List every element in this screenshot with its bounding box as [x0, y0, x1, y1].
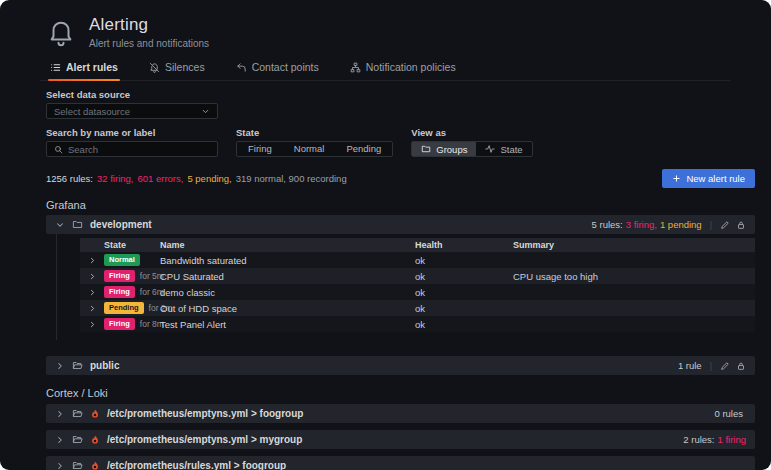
rule-summary: CPU usage too high: [513, 271, 755, 282]
filters-row: Search by name or label State Firing Nor…: [46, 127, 755, 157]
column-header-state: State: [104, 240, 160, 250]
search-box[interactable]: [46, 141, 218, 157]
search-input[interactable]: [68, 144, 210, 155]
tab-notification-policies[interactable]: Notification policies: [348, 56, 458, 80]
folder-icon: [72, 219, 83, 230]
state-option-normal[interactable]: Normal: [283, 142, 336, 156]
chevron-right-icon[interactable]: [80, 304, 104, 313]
group-name: /etc/prometheus/emptyns.yml > mygroup: [107, 434, 302, 445]
lock-icon[interactable]: [736, 220, 746, 230]
view-as-state-button[interactable]: State: [476, 142, 531, 156]
rule-name: Test Panel Alert: [160, 319, 415, 330]
group-meta: 0 rules: [714, 408, 746, 419]
tab-contact-points[interactable]: Contact points: [234, 56, 321, 80]
status-badge: Firing: [104, 286, 135, 298]
chevron-right-icon[interactable]: [55, 409, 65, 419]
status-badge: Pending: [104, 302, 144, 314]
rule-health: ok: [415, 319, 513, 330]
tab-label: Alert rules: [66, 61, 118, 73]
group-name: /etc/prometheus/rules.yml > foogroup: [107, 460, 286, 470]
column-header-name: Name: [160, 240, 415, 250]
meta-pending: 1 pending: [660, 219, 702, 230]
table-row[interactable]: Firingfor 6m demo classic ok: [80, 284, 755, 300]
meta-prefix: 2 rules:: [683, 434, 714, 445]
group-body-development: State Name Health Summary Normal Bandwid…: [56, 234, 755, 340]
status-badge: Normal: [104, 254, 140, 266]
page-title-block: Alerting Alert rules and notifications: [89, 15, 209, 49]
state-filter-group: Firing Normal Pending: [236, 141, 393, 157]
chevron-right-icon[interactable]: [55, 461, 65, 470]
datasource-placeholder: Select datasource: [54, 106, 130, 117]
rule-health: ok: [415, 303, 513, 314]
tab-silences[interactable]: Silences: [147, 56, 207, 80]
group-header-rules-foogroup[interactable]: /etc/prometheus/rules.yml > foogroup: [46, 456, 755, 470]
rule-health: ok: [415, 271, 513, 282]
pencil-icon[interactable]: [720, 361, 730, 371]
column-header-health: Health: [415, 240, 513, 250]
search-label: Search by name or label: [46, 127, 218, 138]
stats-total: 1256 rules:: [46, 173, 93, 184]
tab-alert-rules[interactable]: Alert rules: [48, 56, 120, 80]
group-meta: 1 rule: [678, 360, 702, 371]
folder-open-icon: [72, 408, 83, 419]
meta-prefix: 0 rules: [714, 408, 743, 419]
tab-label: Silences: [165, 61, 205, 73]
table-row[interactable]: Normal Bandwidth saturated ok: [80, 252, 755, 268]
status-badge: Firing: [104, 318, 135, 330]
page-subtitle: Alert rules and notifications: [89, 38, 209, 49]
chevron-right-icon[interactable]: [55, 435, 65, 445]
chevron-down-icon[interactable]: [55, 220, 65, 230]
prometheus-fire-icon: [90, 461, 100, 470]
chevron-right-icon[interactable]: [80, 256, 104, 265]
prometheus-fire-icon: [90, 409, 100, 419]
rule-name: Bandwidth saturated: [160, 255, 415, 266]
folder-icon: [421, 144, 431, 154]
stats-firing: 32 firing,: [97, 173, 133, 184]
tab-label: Notification policies: [366, 61, 456, 73]
meta-firing: 1 firing: [717, 434, 746, 445]
bell-slash-icon: [149, 62, 160, 73]
section-title-grafana: Grafana: [46, 199, 755, 211]
group-header-foogroup[interactable]: /etc/prometheus/emptyns.yml > foogroup 0…: [46, 404, 755, 423]
chevron-right-icon[interactable]: [55, 361, 65, 371]
table-header: State Name Health Summary: [80, 238, 755, 252]
lock-icon[interactable]: [736, 361, 746, 371]
divider: |: [708, 361, 714, 371]
table-row[interactable]: Firingfor 5m CPU Saturated ok CPU usage …: [80, 268, 755, 284]
section-title-cortex: Cortex / Loki: [46, 387, 755, 399]
plus-icon: [672, 174, 681, 183]
state-option-firing[interactable]: Firing: [237, 142, 283, 156]
folder-open-icon: [72, 360, 83, 371]
datasource-select[interactable]: Select datasource: [46, 103, 218, 119]
search-field-block: Search by name or label: [46, 127, 218, 157]
group-header-development[interactable]: development 5 rules: 3 firing, 1 pending…: [46, 215, 755, 234]
column-header-summary: Summary: [513, 240, 755, 250]
group-name: /etc/prometheus/emptyns.yml > foogroup: [107, 408, 303, 419]
view-as-label: View as: [411, 127, 532, 138]
meta-prefix: 1 rule: [678, 360, 702, 371]
table-row[interactable]: Pendingfor 2m Out of HDD space ok: [80, 300, 755, 316]
group-meta: 2 rules: 1 firing: [683, 434, 746, 445]
divider: |: [708, 220, 714, 230]
group-header-public[interactable]: public 1 rule |: [46, 356, 755, 375]
rules-stats: 1256 rules: 32 firing, 601 errors, 5 pen…: [46, 173, 347, 184]
tab-label: Contact points: [252, 61, 319, 73]
chevron-right-icon[interactable]: [80, 288, 104, 297]
prometheus-fire-icon: [90, 435, 100, 445]
chevron-right-icon[interactable]: [80, 320, 104, 329]
group-header-mygroup[interactable]: /etc/prometheus/emptyns.yml > mygroup 2 …: [46, 430, 755, 449]
stats-row: 1256 rules: 32 firing, 601 errors, 5 pen…: [46, 169, 755, 188]
state-filter-block: State Firing Normal Pending: [236, 127, 393, 157]
sitemap-icon: [350, 62, 361, 73]
new-alert-rule-button[interactable]: New alert rule: [662, 169, 755, 188]
view-as-block: View as Groups State: [411, 127, 532, 157]
corner-arrow-icon: [236, 62, 247, 73]
view-as-groups-button[interactable]: Groups: [412, 142, 476, 156]
state-option-pending[interactable]: Pending: [335, 142, 392, 156]
stats-errors: 601 errors,: [137, 173, 183, 184]
chevron-right-icon[interactable]: [80, 272, 104, 281]
group-meta: 5 rules: 3 firing, 1 pending: [592, 219, 702, 230]
pencil-icon[interactable]: [720, 220, 730, 230]
table-row[interactable]: Firingfor 8m Test Panel Alert ok: [80, 316, 755, 332]
view-as-groups-label: Groups: [436, 144, 467, 155]
